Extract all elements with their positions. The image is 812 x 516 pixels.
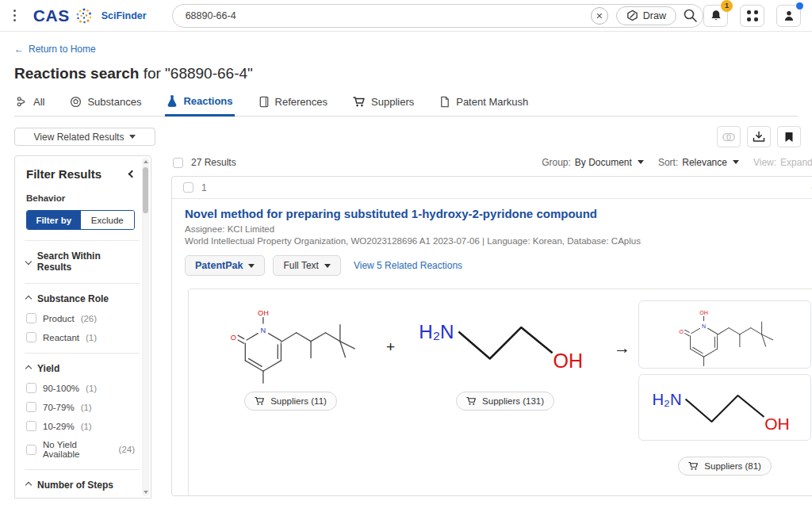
app-menu-icon[interactable]	[8, 6, 22, 25]
caret-down-icon	[638, 160, 644, 164]
search-input[interactable]	[186, 10, 591, 21]
combine-results-button[interactable]	[717, 126, 741, 147]
group-by-dropdown[interactable]: Group:By Document	[542, 157, 644, 168]
yield-label: Yield	[37, 363, 59, 374]
view-related-results-button[interactable]: View Related Results	[14, 128, 155, 146]
patentpak-button[interactable]: PatentPak	[185, 255, 265, 276]
reaction-arrow: →	[614, 338, 630, 357]
caret-down-icon	[248, 264, 255, 268]
search-submit-button[interactable]	[683, 8, 698, 23]
toolbar-row: View Related Results	[0, 117, 812, 155]
reactant-1-structure[interactable]	[224, 300, 358, 384]
checkbox[interactable]	[26, 313, 36, 323]
search-within-results-label: Search Within Results	[37, 250, 135, 273]
checkbox[interactable]	[26, 421, 36, 431]
result-source-line: World Intellectual Property Organization…	[185, 236, 812, 246]
caret-down-icon	[324, 264, 331, 268]
tab-substances[interactable]: Substances	[68, 94, 143, 116]
draw-button[interactable]: Draw	[616, 6, 676, 25]
collapse-sidebar-icon[interactable]	[128, 170, 136, 178]
filter-item-yield-90-100: 90-100% (1)	[26, 383, 135, 393]
filter-item-no-yield: No Yield Available (24)	[26, 440, 135, 459]
tab-all[interactable]: All	[14, 94, 46, 116]
tab-reactions[interactable]: Reactions	[165, 94, 234, 117]
checkbox[interactable]	[26, 445, 36, 455]
suppliers-button-reactant-1[interactable]: Suppliers (11)	[244, 392, 337, 411]
plus-operator: +	[386, 338, 395, 356]
tab-references[interactable]: References	[257, 94, 329, 116]
reactions-flask-icon	[167, 95, 178, 107]
select-all-checkbox[interactable]	[173, 158, 183, 168]
clear-search-button[interactable]: ✕	[591, 7, 608, 25]
exclude-button[interactable]: Exclude	[81, 211, 135, 229]
result-card-header: 1 •••	[172, 177, 812, 199]
download-button[interactable]	[747, 126, 771, 147]
save-bookmark-button[interactable]	[777, 126, 801, 147]
suppliers-button-reactant-2[interactable]: Suppliers (131)	[456, 392, 554, 411]
results-area: 27 Results Group:By Document Sort:Releva…	[171, 155, 812, 496]
page-title-bold: Reactions search	[14, 65, 139, 82]
reactant-2-structure[interactable]	[413, 308, 598, 376]
filter-item-count: (26)	[81, 314, 97, 323]
account-button[interactable]	[776, 5, 801, 27]
full-text-button[interactable]: Full Text	[273, 255, 340, 276]
tab-substances-label: Substances	[87, 96, 141, 108]
product-structure-box-1[interactable]	[638, 300, 811, 369]
substance-role-label: Substance Role	[37, 293, 109, 304]
tab-all-label: All	[33, 96, 44, 108]
patent-markush-icon	[439, 96, 450, 108]
app-grid-button[interactable]	[740, 5, 764, 27]
result-title-link[interactable]: Novel method for preparing substituted 1…	[185, 207, 812, 220]
draw-hexagon-icon	[626, 10, 638, 21]
result-checkbox[interactable]	[183, 182, 193, 193]
substances-icon	[70, 96, 82, 108]
divider	[25, 469, 140, 470]
yield-section[interactable]: Yield	[26, 363, 135, 374]
cas-starburst-icon	[75, 6, 94, 25]
number-of-steps-section[interactable]: Number of Steps	[26, 480, 135, 491]
scroll-down-icon[interactable]	[144, 491, 148, 494]
checkbox[interactable]	[26, 383, 36, 393]
scroll-up-icon[interactable]	[144, 160, 148, 163]
page-title-rest: for "68890-66-4"	[139, 65, 252, 82]
filter-item-label: 70-79%	[43, 403, 75, 412]
filter-item-count: (1)	[86, 384, 97, 393]
sidebar-scrollbar-thumb[interactable]	[143, 167, 148, 213]
all-icon	[16, 96, 28, 108]
checkbox[interactable]	[26, 402, 36, 412]
filter-item-yield-70-79: 70-79% (1)	[26, 402, 135, 412]
checkbox[interactable]	[26, 332, 36, 342]
tab-suppliers[interactable]: Suppliers	[351, 94, 416, 116]
chevron-down-icon	[25, 258, 32, 265]
behavior-label: Behavior	[26, 193, 135, 203]
suppliers-cart-icon	[353, 96, 366, 108]
notifications-button[interactable]: 1	[703, 5, 728, 27]
tab-patent-markush[interactable]: Patent Markush	[438, 94, 530, 116]
top-bar: CAS SciFinder ✕ Draw	[0, 0, 812, 32]
filter-item-count: (24)	[119, 445, 135, 454]
chevron-up-icon	[25, 296, 32, 302]
result-assignee: Assignee: KCI Limited	[185, 224, 812, 234]
cart-icon	[255, 396, 265, 406]
view-label: View:	[753, 157, 776, 168]
sort-dropdown[interactable]: Sort:Relevance	[658, 157, 739, 168]
group-value: By Document	[575, 157, 632, 168]
filter-item-reactant: Reactant (1)	[26, 332, 135, 342]
related-reactions-link[interactable]: View 5 Related Reactions	[354, 260, 462, 271]
result-card: 1 ••• Novel method for preparing substit…	[171, 176, 812, 496]
tab-suppliers-label: Suppliers	[371, 96, 414, 108]
scifinder-app: CAS SciFinder ✕ Draw	[0, 0, 812, 516]
filter-by-button[interactable]: Filter by	[27, 211, 81, 229]
return-home-label: Return to Home	[29, 44, 96, 55]
product-structure-box-2[interactable]	[638, 374, 811, 441]
brand-logo[interactable]: CAS SciFinder	[33, 6, 147, 25]
filter-item-label: 90-100%	[43, 384, 79, 393]
return-home-link[interactable]: ← Return to Home	[14, 44, 96, 55]
product-1-structure	[675, 303, 775, 367]
grid-icon	[747, 10, 758, 21]
group-label: Group:	[542, 157, 571, 168]
suppliers-button-product[interactable]: Suppliers (81)	[678, 457, 772, 476]
substance-role-section[interactable]: Substance Role	[26, 293, 135, 304]
search-within-results-section[interactable]: Search Within Results	[26, 250, 135, 273]
account-status-dot	[796, 2, 803, 10]
